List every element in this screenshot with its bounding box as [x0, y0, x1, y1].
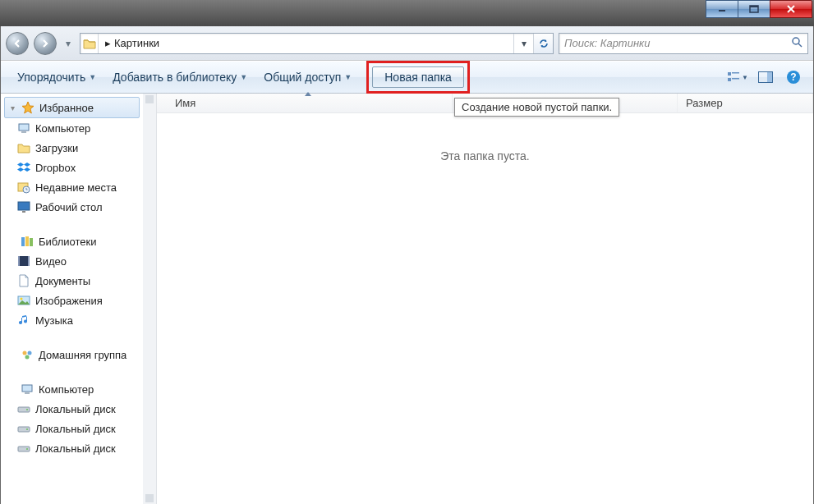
svg-rect-12	[767, 72, 772, 82]
share-button[interactable]: Общий доступ ▼	[255, 67, 360, 87]
svg-text:?: ?	[790, 71, 796, 83]
search-icon[interactable]	[791, 36, 803, 50]
svg-point-30	[28, 351, 32, 355]
expand-placeholder	[7, 385, 16, 394]
svg-point-29	[23, 351, 27, 355]
sidebar-item-downloads[interactable]: Загрузки	[1, 138, 156, 158]
sidebar-item-label: Локальный диск	[35, 403, 116, 415]
organize-button[interactable]: Упорядочить ▼	[9, 67, 104, 87]
add-to-library-button[interactable]: Добавить в библиотеку ▼	[104, 67, 255, 87]
sidebar-item-video[interactable]: Видео	[1, 251, 156, 271]
tooltip: Создание новой пустой папки.	[454, 98, 619, 117]
help-button[interactable]: ?	[782, 68, 805, 86]
toolbar: Упорядочить ▼ Добавить в библиотеку ▼ Об…	[1, 61, 813, 94]
svg-rect-19	[18, 202, 30, 210]
libraries-icon	[21, 235, 34, 248]
chevron-down-icon: ▾	[8, 103, 16, 112]
folder-icon	[80, 34, 99, 53]
svg-rect-9	[728, 78, 731, 81]
document-icon	[17, 274, 30, 287]
back-button[interactable]	[6, 32, 29, 55]
forward-button[interactable]	[34, 32, 57, 55]
computer-label: Компьютер	[39, 383, 94, 396]
svg-point-37	[26, 428, 28, 430]
sidebar-item-label: Музыка	[35, 314, 73, 327]
address-dropdown[interactable]: ▾	[513, 34, 533, 53]
maximize-button[interactable]	[738, 0, 770, 18]
libraries-group: Библиотеки Видео Документы Изображения М…	[1, 231, 156, 330]
svg-rect-21	[21, 237, 25, 246]
sidebar-item-label: Недавние места	[35, 181, 117, 194]
sort-ascending-icon	[305, 92, 311, 96]
search-box[interactable]	[559, 33, 808, 54]
svg-rect-26	[28, 256, 30, 266]
svg-rect-15	[19, 124, 29, 131]
svg-rect-22	[25, 236, 29, 246]
column-name[interactable]: Имя	[157, 94, 453, 112]
column-size-label: Размер	[686, 97, 723, 109]
sidebar-item-drive[interactable]: Локальный диск	[1, 438, 156, 458]
refresh-button[interactable]	[533, 34, 553, 53]
sidebar-header-computer[interactable]: Компьютер	[1, 379, 156, 399]
view-options-button[interactable]: ▼	[726, 68, 749, 86]
empty-folder-message: Эта папка пуста.	[157, 149, 813, 163]
image-icon	[17, 294, 30, 307]
breadcrumb[interactable]: ▸ Картинки	[99, 37, 513, 49]
scrollbar[interactable]	[143, 94, 156, 504]
video-icon	[17, 254, 30, 268]
svg-rect-20	[22, 211, 25, 213]
expand-placeholder	[7, 351, 16, 360]
close-button[interactable]	[770, 0, 812, 18]
content-pane: Имя Дат Размер Создание новой пустой пап…	[157, 94, 813, 504]
chevron-down-icon: ▼	[344, 73, 352, 81]
drive-icon	[17, 442, 30, 455]
svg-point-5	[793, 38, 799, 44]
sidebar-item-recent[interactable]: Недавние места	[1, 177, 156, 197]
column-name-label: Имя	[175, 97, 195, 109]
svg-rect-10	[732, 78, 739, 80]
sidebar-header-favorites[interactable]: ▾ Избранное	[4, 97, 140, 118]
sidebar-item-label: Документы	[35, 275, 90, 287]
new-folder-label: Новая папка	[384, 71, 452, 84]
svg-rect-33	[25, 392, 30, 394]
address-bar[interactable]: ▸ Картинки ▾	[80, 33, 554, 54]
computer-icon	[21, 383, 34, 396]
history-dropdown[interactable]: ▾	[62, 32, 75, 55]
sidebar-item-music[interactable]: Музыка	[1, 310, 156, 330]
dropbox-icon	[17, 161, 30, 174]
search-input[interactable]	[564, 37, 791, 49]
sidebar-item-label: Видео	[35, 255, 67, 268]
music-icon	[17, 314, 30, 327]
chevron-down-icon: ▼	[89, 73, 96, 81]
folder-icon	[17, 141, 30, 154]
libraries-label: Библиотеки	[39, 236, 96, 248]
homegroup-group: Домашняя группа	[1, 345, 156, 364]
sidebar-item-images[interactable]: Изображения	[1, 291, 156, 310]
svg-point-31	[25, 355, 30, 360]
expand-placeholder	[7, 237, 16, 246]
breadcrumb-item[interactable]: Картинки	[114, 37, 159, 49]
preview-pane-button[interactable]	[754, 68, 777, 86]
sidebar-item-computer[interactable]: Компьютер	[1, 118, 156, 138]
desktop-icon	[17, 200, 30, 213]
sidebar-item-label: Dropbox	[35, 162, 76, 174]
sidebar-item-documents[interactable]: Документы	[1, 271, 156, 291]
sidebar-item-label: Рабочий стол	[35, 201, 103, 213]
new-folder-button[interactable]: Новая папка	[372, 66, 464, 88]
drive-icon	[17, 402, 30, 415]
minimize-button[interactable]	[706, 0, 738, 18]
svg-rect-23	[30, 238, 33, 246]
sidebar-item-drive[interactable]: Локальный диск	[1, 399, 156, 419]
organize-label: Упорядочить	[17, 71, 85, 84]
sidebar-item-homegroup[interactable]: Домашняя группа	[1, 345, 156, 364]
sidebar-item-desktop[interactable]: Рабочий стол	[1, 197, 156, 217]
favorites-group: ▾ Избранное Компьютер Загрузки Dropbox	[1, 97, 156, 217]
sidebar-item-label: Изображения	[35, 295, 103, 307]
sidebar-item-label: Компьютер	[35, 122, 90, 135]
sidebar-item-drive[interactable]: Локальный диск	[1, 419, 156, 438]
navigation-row: ▾ ▸ Картинки ▾	[1, 26, 813, 61]
chevron-down-icon: ▼	[742, 74, 748, 81]
sidebar-item-dropbox[interactable]: Dropbox	[1, 158, 156, 177]
column-size[interactable]: Размер	[678, 94, 813, 112]
sidebar-header-libraries[interactable]: Библиотеки	[1, 231, 156, 251]
